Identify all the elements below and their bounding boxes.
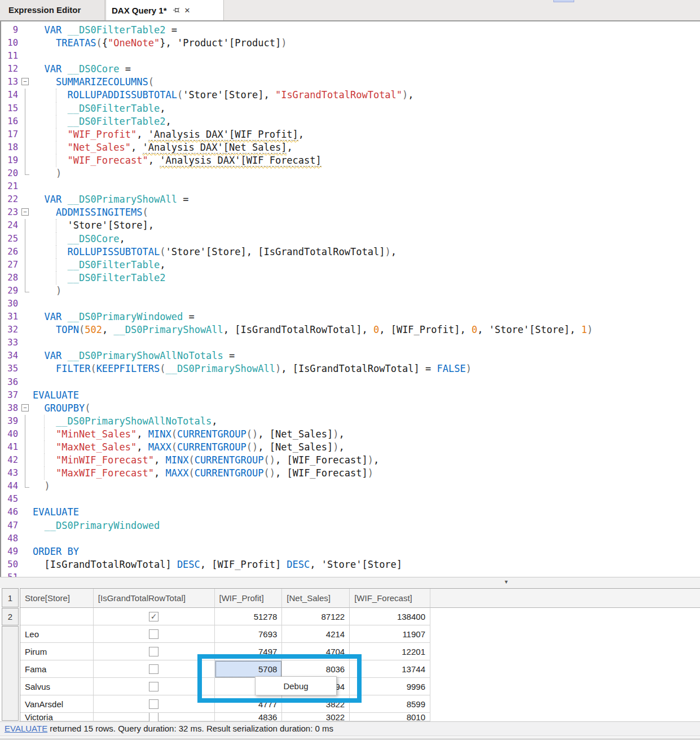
- code-text[interactable]: ): [33, 284, 700, 297]
- code-line[interactable]: 43 "MaxWIF_Forecast", MAXX(CURRENTGROUP(…: [1, 467, 700, 480]
- code-text[interactable]: __DS0FilterTable2,: [33, 115, 700, 128]
- code-line[interactable]: 24 'Store'[Store],: [1, 219, 700, 232]
- code-text[interactable]: __DS0PrimaryWindowed: [33, 519, 700, 532]
- cell-sales[interactable]: 3022: [282, 713, 350, 721]
- fold-toggle-icon[interactable]: −: [21, 78, 29, 85]
- cell-profit[interactable]: 51278: [215, 608, 283, 625]
- code-line[interactable]: 10 TREATAS({"OneNote"}, 'Product'[Produc…: [1, 37, 700, 50]
- cell-profit[interactable]: 4836: [215, 713, 283, 721]
- code-text[interactable]: __DS0Core,: [33, 233, 700, 246]
- tab-dax-query-1[interactable]: DAX Query 1* ✕: [105, 0, 224, 20]
- cell-forecast[interactable]: 138400: [350, 608, 430, 625]
- cell-is-grand-total[interactable]: [94, 660, 215, 678]
- debug-context-menu-item[interactable]: Debug: [255, 676, 337, 695]
- results-splitter[interactable]: ▼: [0, 577, 700, 588]
- cell-forecast[interactable]: 12201: [350, 643, 430, 660]
- code-text[interactable]: [33, 571, 700, 577]
- code-line[interactable]: 45: [1, 493, 700, 506]
- code-line[interactable]: 15 __DS0FilterTable,: [1, 102, 700, 115]
- code-line[interactable]: 41 "MaxNet_Sales", MAXX(CURRENTGROUP(), …: [1, 441, 700, 454]
- close-icon[interactable]: ✕: [184, 7, 191, 14]
- code-text[interactable]: [33, 50, 700, 63]
- code-text[interactable]: FILTER(KEEPFILTERS(__DS0PrimaryShowAll),…: [33, 362, 700, 375]
- column-header[interactable]: [IsGrandTotalRowTotal]: [94, 589, 215, 608]
- cell-store[interactable]: Pirum: [20, 643, 94, 660]
- code-text[interactable]: TOPN(502, __DS0PrimaryShowAll, [IsGrandT…: [33, 323, 700, 336]
- row-header[interactable]: 2: [2, 608, 19, 625]
- code-text[interactable]: EVALUATE: [33, 389, 700, 402]
- cell-profit[interactable]: 4777: [215, 695, 283, 713]
- cell-store[interactable]: VanArsdel: [20, 695, 94, 713]
- fold-toggle-icon[interactable]: −: [21, 208, 29, 216]
- code-line[interactable]: 30: [1, 297, 700, 310]
- code-line[interactable]: 46EVALUATE: [1, 506, 700, 519]
- cell-profit[interactable]: 7693: [215, 625, 283, 643]
- cell-store[interactable]: Leo: [20, 625, 94, 643]
- code-text[interactable]: "MinNet_Sales", MINX(CURRENTGROUP(), [Ne…: [33, 428, 700, 441]
- code-line[interactable]: 22 VAR __DS0PrimaryShowAll =: [1, 193, 700, 206]
- code-text[interactable]: [33, 297, 700, 310]
- column-header[interactable]: [Net_Sales]: [282, 589, 350, 608]
- code-text[interactable]: "WIF_Forecast", 'Analysis DAX'[WIF Forec…: [33, 154, 700, 167]
- cell-is-grand-total[interactable]: [94, 625, 215, 643]
- code-line[interactable]: 40 "MinNet_Sales", MINX(CURRENTGROUP(), …: [1, 428, 700, 441]
- code-line[interactable]: 51: [1, 571, 700, 577]
- cell-sales[interactable]: 87122: [282, 608, 350, 625]
- code-text[interactable]: [33, 180, 700, 193]
- code-text[interactable]: GROUPBY(: [33, 402, 700, 415]
- cell-sales[interactable]: 3822: [282, 695, 350, 713]
- code-text[interactable]: [33, 493, 700, 506]
- code-line[interactable]: 23− ADDMISSINGITEMS(: [1, 206, 700, 219]
- code-text[interactable]: VAR __DS0Core =: [33, 63, 700, 76]
- cell-is-grand-total[interactable]: [94, 713, 215, 721]
- code-line[interactable]: 27 __DS0FilterTable,: [1, 259, 700, 272]
- code-line[interactable]: 13− SUMMARIZECOLUMNS(: [1, 76, 700, 89]
- code-text[interactable]: [33, 532, 700, 545]
- code-text[interactable]: VAR __DS0PrimaryWindowed =: [33, 310, 700, 323]
- cell-forecast[interactable]: 8010: [350, 713, 430, 721]
- code-line[interactable]: 44 ): [1, 480, 700, 493]
- code-text[interactable]: "MaxWIF_Forecast", MAXX(CURRENTGROUP(), …: [33, 467, 700, 480]
- code-line[interactable]: 21: [1, 180, 700, 193]
- code-text[interactable]: ROLLUPADDISSUBTOTAL('Store'[Store], "IsG…: [33, 89, 700, 102]
- code-text[interactable]: ORDER BY: [33, 545, 700, 558]
- cell-profit[interactable]: 5708: [215, 660, 283, 678]
- cell-is-grand-total[interactable]: ✓: [94, 608, 215, 625]
- code-line[interactable]: 32 TOPN(502, __DS0PrimaryShowAll, [IsGra…: [1, 323, 700, 336]
- code-text[interactable]: [IsGrandTotalRowTotal] DESC, [WIF_Profit…: [33, 558, 700, 571]
- cell-forecast[interactable]: 13744: [350, 660, 430, 678]
- code-line[interactable]: 37EVALUATE: [1, 389, 700, 402]
- code-editor[interactable]: 9 VAR __DS0FilterTable2 =10 TREATAS({"On…: [0, 21, 700, 577]
- code-line[interactable]: 9 VAR __DS0FilterTable2 =: [1, 24, 700, 37]
- code-text[interactable]: "Net_Sales", 'Analysis DAX'[Net Sales],: [33, 141, 700, 154]
- code-text[interactable]: [33, 376, 700, 389]
- code-line[interactable]: 11: [1, 50, 700, 63]
- code-text[interactable]: TREATAS({"OneNote"}, 'Product'[Product]): [33, 37, 700, 50]
- column-header[interactable]: [WIF_Profit]: [215, 589, 283, 608]
- pin-icon[interactable]: [173, 6, 180, 14]
- code-line[interactable]: 25 __DS0Core,: [1, 233, 700, 246]
- fold-toggle-icon[interactable]: −: [21, 404, 29, 411]
- cell-profit[interactable]: 7497: [215, 643, 283, 660]
- evaluate-link[interactable]: EVALUATE: [5, 724, 47, 733]
- cell-forecast[interactable]: 8599: [350, 695, 430, 713]
- code-text[interactable]: ): [33, 167, 700, 180]
- column-header[interactable]: [WIF_Forecast]: [350, 589, 430, 608]
- code-text[interactable]: VAR __DS0PrimaryShowAllNoTotals =: [33, 349, 700, 362]
- cell-forecast[interactable]: 9996: [350, 678, 430, 695]
- cell-is-grand-total[interactable]: [94, 643, 215, 660]
- cell-sales[interactable]: 8036: [282, 660, 350, 678]
- code-text[interactable]: __DS0PrimaryShowAllNoTotals,: [33, 415, 700, 428]
- row-header[interactable]: [2, 626, 19, 721]
- code-text[interactable]: __DS0FilterTable2: [33, 272, 700, 284]
- code-line[interactable]: 12 VAR __DS0Core =: [1, 63, 700, 76]
- cell-sales[interactable]: 4214: [282, 625, 350, 643]
- code-line[interactable]: 28 __DS0FilterTable2: [1, 272, 700, 284]
- code-line[interactable]: 50 [IsGrandTotalRowTotal] DESC, [WIF_Pro…: [1, 558, 700, 571]
- cell-store[interactable]: [20, 608, 94, 625]
- code-line[interactable]: 31 VAR __DS0PrimaryWindowed =: [1, 310, 700, 323]
- column-header[interactable]: Store[Store]: [20, 589, 94, 608]
- cell-store[interactable]: Salvus: [20, 678, 94, 695]
- code-line[interactable]: 39 __DS0PrimaryShowAllNoTotals,: [1, 415, 700, 428]
- code-line[interactable]: 35 FILTER(KEEPFILTERS(__DS0PrimaryShowAl…: [1, 362, 700, 375]
